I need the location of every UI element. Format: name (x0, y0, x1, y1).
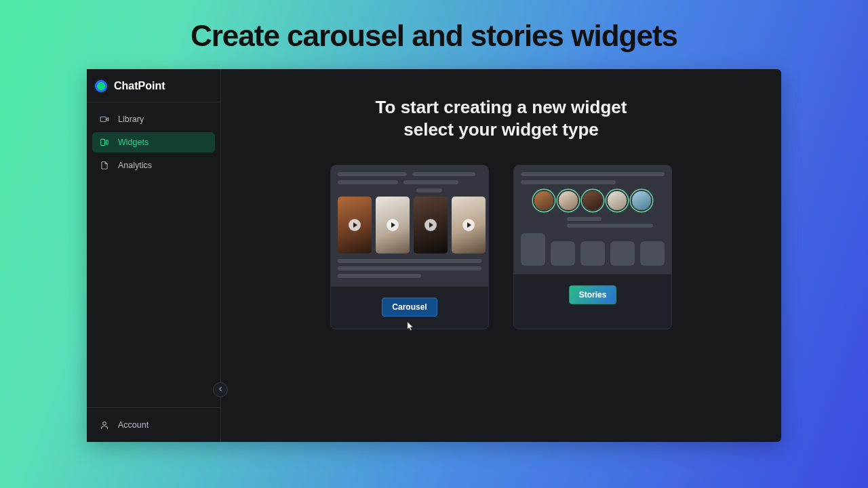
sidebar-item-analytics[interactable]: Analytics (92, 155, 215, 176)
stories-button[interactable]: Stories (569, 285, 617, 304)
sidebar-item-widgets[interactable]: Widgets (92, 132, 215, 152)
story-avatar (559, 191, 578, 210)
sidebar-bottom: Account (87, 407, 220, 442)
stories-block (640, 241, 665, 266)
stories-avatars (534, 191, 665, 210)
brand-logo-icon (95, 80, 107, 92)
widget-card-carousel[interactable]: Carousel (330, 165, 489, 329)
camera-icon (99, 115, 110, 124)
stories-block (610, 241, 635, 266)
user-icon (99, 420, 110, 430)
play-icon (462, 219, 475, 231)
play-icon (387, 219, 399, 231)
sidebar: ChatPoint Library Widgets Analytics (87, 69, 221, 442)
stories-block (521, 233, 545, 266)
chevron-left-icon (217, 385, 224, 394)
carousel-thumb (414, 197, 448, 253)
play-icon (349, 219, 361, 231)
file-icon (99, 161, 110, 170)
story-avatar (632, 191, 651, 210)
card-footer: Carousel (331, 287, 488, 329)
page-title-line2: select your widget type (403, 119, 599, 140)
story-avatar (534, 191, 553, 210)
widget-card-stories[interactable]: Stories (513, 165, 672, 329)
card-footer: Stories (514, 274, 671, 317)
sidebar-collapse-button[interactable] (213, 382, 228, 397)
stories-preview (514, 165, 671, 274)
brand: ChatPoint (87, 69, 220, 102)
play-icon (425, 219, 437, 231)
svg-rect-1 (101, 139, 105, 145)
sidebar-item-library[interactable]: Library (92, 109, 215, 129)
sidebar-nav: Library Widgets Analytics (87, 102, 220, 182)
story-avatar (608, 191, 627, 210)
sidebar-item-label: Account (118, 420, 149, 430)
stories-block (580, 241, 605, 266)
brand-name: ChatPoint (114, 80, 165, 92)
page-headline: Create carousel and stories widgets (191, 19, 677, 53)
carousel-thumb (338, 197, 372, 253)
carousel-thumb (452, 197, 486, 253)
sidebar-item-account[interactable]: Account (92, 415, 215, 435)
carousel-thumbnails (338, 197, 481, 253)
main-content: To start creating a new widget select yo… (221, 69, 781, 442)
page-title: To start creating a new widget select yo… (325, 96, 677, 140)
sidebar-item-label: Library (118, 115, 144, 124)
sidebar-item-label: Widgets (118, 138, 149, 147)
app-window: ChatPoint Library Widgets Analytics (87, 69, 781, 442)
page-title-line1: To start creating a new widget (376, 97, 627, 117)
svg-rect-2 (106, 140, 108, 144)
carousel-preview (331, 165, 488, 287)
widget-icon (99, 138, 110, 147)
carousel-thumb (376, 197, 410, 253)
svg-rect-0 (100, 117, 106, 122)
story-avatar (583, 191, 602, 210)
sidebar-item-label: Analytics (118, 161, 152, 170)
carousel-button[interactable]: Carousel (382, 298, 437, 317)
svg-point-3 (103, 422, 106, 425)
stories-block (551, 241, 575, 266)
widget-type-cards: Carousel (240, 165, 762, 329)
